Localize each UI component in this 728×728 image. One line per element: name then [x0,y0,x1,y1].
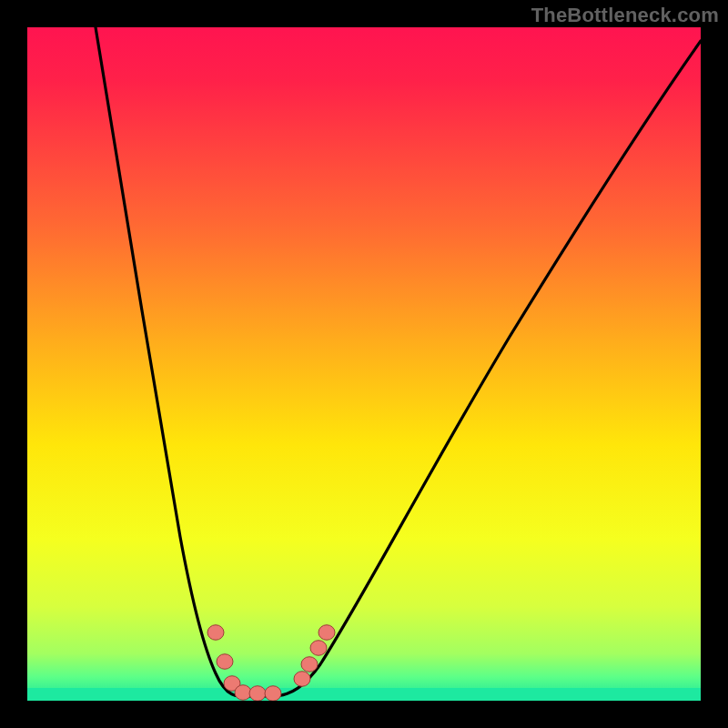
chart-svg [0,0,728,728]
green-baseline [27,688,701,701]
valley-marker [294,672,310,687]
watermark-text: TheBottleneck.com [531,4,719,27]
valley-marker [217,654,233,670]
valley-marker [318,625,335,641]
gradient-field [27,27,701,701]
valley-marker [235,685,251,701]
valley-marker [207,625,224,641]
valley-marker [249,686,266,702]
valley-marker [265,686,281,702]
valley-marker [301,657,318,672]
valley-marker [310,641,327,656]
chart-frame: TheBottleneck.com [0,0,728,728]
